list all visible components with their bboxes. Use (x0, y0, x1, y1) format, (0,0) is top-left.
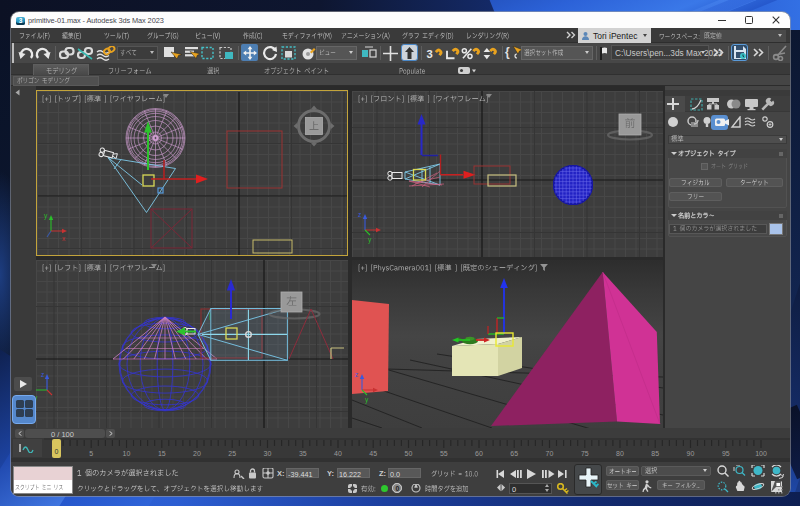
svg-text:45: 45 (369, 450, 377, 457)
svg-text:60: 60 (475, 450, 483, 457)
svg-text:25: 25 (228, 450, 236, 457)
svg-text:30: 30 (264, 450, 272, 457)
svg-text:35: 35 (299, 450, 307, 457)
svg-text:55: 55 (440, 450, 448, 457)
svg-text:70: 70 (546, 450, 554, 457)
svg-text:z: z (358, 211, 361, 218)
svg-text:65: 65 (510, 450, 518, 457)
svg-text:100: 100 (755, 450, 767, 457)
svg-text:5: 5 (89, 450, 93, 457)
svg-text:z: z (41, 371, 44, 378)
svg-text:10: 10 (123, 450, 131, 457)
svg-text:15: 15 (158, 450, 166, 457)
svg-text:75: 75 (581, 450, 589, 457)
svg-text:40: 40 (334, 450, 342, 457)
svg-text:85: 85 (651, 450, 659, 457)
svg-text:y: y (44, 212, 48, 220)
svg-text:95: 95 (722, 450, 730, 457)
svg-text:y: y (365, 396, 369, 404)
svg-text:50: 50 (405, 450, 413, 457)
svg-text:z: z (355, 371, 358, 378)
svg-text:80: 80 (616, 450, 624, 457)
svg-text:y: y (368, 236, 372, 244)
svg-text:y: y (36, 394, 38, 402)
svg-text:90: 90 (687, 450, 695, 457)
svg-text:20: 20 (193, 450, 201, 457)
svg-text:x: x (62, 235, 66, 242)
svg-text:3: 3 (426, 48, 432, 60)
